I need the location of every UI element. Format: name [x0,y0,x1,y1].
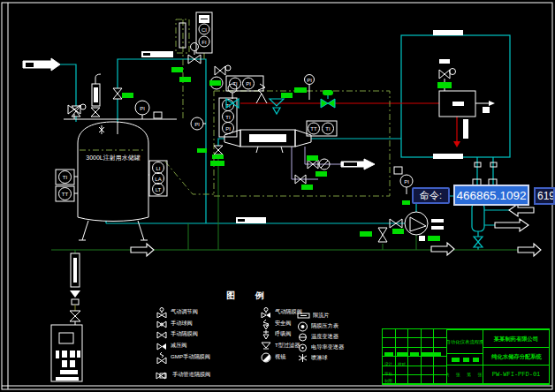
return-arrow-left [509,204,534,216]
svg-text:CI: CI [201,27,207,33]
company-name: 某某制药有限公司 [494,336,538,341]
legend-temp-transmitter-icon [297,333,308,342]
svg-text:TI: TI [325,126,331,132]
legend-row: T型过滤器 [260,341,301,351]
valve-tag-chip [301,185,313,190]
tt-ti-pair: TT TI [307,121,337,136]
svg-text:PI: PI [140,106,145,111]
drawing-number: PW-WFI-PFD-01 [492,371,541,378]
legend-row: 安全阀 [260,319,293,328]
command-prompt-box[interactable]: 命令: [412,187,450,204]
valve-tag-chip [281,93,293,98]
svg-text:FI: FI [201,40,207,45]
legend-gmp-diaphragm-valve-icon [156,351,168,364]
valve-tag-chip [437,82,452,88]
he-drain-valve [214,146,223,155]
safety-valve-icon [256,84,267,103]
drain-piping [51,155,518,253]
legend-row: 电导率变送器 [297,343,346,352]
level-instrument-stack: LI LA LT [148,161,167,196]
svg-text:TT: TT [62,192,69,197]
svg-text:TT: TT [310,126,317,132]
legend-row: 温度变送器 [297,332,340,342]
valve-tag-chip [294,87,307,93]
he-instrument-stack: TI TI PI [219,98,237,137]
legend-row: 减压阀 [156,341,188,351]
coordinate-x-value: 466865.1092 [457,189,527,202]
title-block-chip [384,352,393,357]
legend-row: 喷淋球 [297,353,329,363]
drain-arrow-left [131,244,154,256]
legend-row: 视镜 [260,352,286,362]
legend-row: 气动调节阀 [156,307,200,317]
legend-restriction-plate-icon [297,312,310,320]
coordinate-x-input[interactable]: 466865.1092 [453,185,529,206]
legend-pneumatic-shutoff-valve-icon [260,307,272,318]
sheet-footer: 共 张 第 张 [446,372,483,377]
control-valve-icon [321,99,328,108]
temp-instruments-left: TI TT [56,170,78,201]
title-block-row-label: 制图 [384,379,392,383]
valve-tag-chip [392,229,404,234]
legend-row: 呼吸阀 [260,329,293,339]
heat-exchanger [224,130,311,153]
legend-row: GMP手动隔膜阀 [156,352,212,362]
sheet-title: 自动化仪表流程图 [446,339,483,343]
legend-pneumatic-control-valve-icon [156,307,168,318]
cursor-pickbox [394,167,402,174]
legend-conductivity-transmitter-icon [297,343,308,352]
svg-text:PI: PI [194,122,200,127]
title-block-row-label: 审核 [384,372,392,376]
svg-text:PI: PI [246,81,251,87]
inlet-flow-arrow [23,58,60,71]
distiller-unit [439,69,495,139]
riser-pressure-indicator: PI [191,117,206,130]
valve-tag-chip [307,155,318,161]
tank-pressure-indicator: PI [135,101,162,119]
legend-row: 手动球阀 [156,319,194,328]
valve-tag-chip [212,155,224,159]
coordinate-y-value: 619 [537,190,555,202]
strainer-icon [270,99,284,106]
system-name: 纯化水储存分配系统 [491,354,542,358]
valve-tag-chip [122,93,133,98]
pump [405,212,444,235]
legend-safety-valve-icon [260,319,272,329]
title-block-chip [422,352,441,357]
svg-text:PI: PI [225,126,231,132]
title-block-footer-cell: 共 张 第 张 [446,365,483,384]
supply-arrow-right [495,219,528,231]
valve-tag-chip [210,161,224,166]
title-block-system-cell: 纯化水储存分配系统 [483,347,550,366]
spray-ball-icon [99,125,104,134]
legend-sight-glass-icon [260,352,272,363]
legend: 图 例 气动调节阀 手动球阀 手动隔膜阀 减压阀 GMP手动隔膜阀 手动管道隔膜… [148,288,361,388]
pneumatic-actuator-icon [323,90,333,95]
control-cabinet [51,325,82,381]
top-manual-valve [215,65,231,75]
svg-text:TI: TI [63,175,68,180]
legend-row: 限流片 [297,311,331,320]
valve-tag-chip [402,200,410,205]
title-block-company-cell: 某某制药有限公司 [483,329,550,348]
legend-row: 隔膜压力表 [297,321,340,331]
title-block-sheet-title-cell: 自动化仪表流程图 [446,329,483,354]
red-line-valves: PI [226,75,335,115]
cad-viewport[interactable]: 3000L注射用水储罐 PI TI TT LI [0,0,555,392]
legend-diaphragm-gauge-icon [297,321,308,332]
legend-breather-valve-icon [260,329,272,340]
drain-arrow-right [518,244,541,256]
svg-text:TI: TI [225,115,231,120]
signal-lines [80,19,390,196]
svg-text:LI: LI [156,166,160,171]
legend-pipeline-diaphragm-valve-icon [156,371,170,380]
rotameter [70,253,80,325]
svg-text:PI: PI [307,78,312,83]
valve-tag-chip [428,236,440,241]
legend-ball-valve-icon [156,320,168,328]
distiller-inlet-valve-icon [439,70,445,79]
valve-tag-chip [360,231,372,237]
coordinate-y-input[interactable]: 619 [534,187,555,205]
valve-tag-chip [179,77,191,82]
legend-spray-ball-icon [297,353,308,363]
